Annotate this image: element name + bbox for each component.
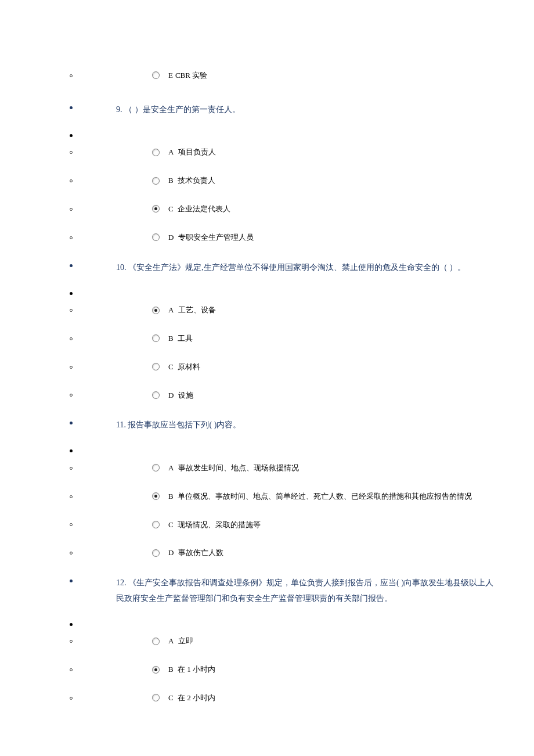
list-bullet-disc — [70, 106, 73, 109]
radio-wrap — [149, 361, 161, 370]
option-radio[interactable] — [152, 638, 160, 645]
list-bullet-hollow — [70, 309, 73, 312]
option-letter: C — [168, 204, 174, 213]
option-label: B 单位概况、事故时间、地点、简单经过、死亡人数、已经采取的措施和其他应报告的情… — [168, 491, 472, 503]
question-block: 11. 报告事故应当包括下列( )内容。A 事故发生时间、地点、现场救援情况B … — [35, 417, 499, 559]
list-bullet-hollow — [70, 697, 73, 700]
option-letter: A — [168, 636, 174, 645]
option-text: 工具 — [176, 334, 193, 343]
radio-wrap — [149, 636, 161, 645]
option-row: C 现场情况、采取的措施等 — [35, 519, 499, 531]
list-bullet-hollow — [70, 208, 73, 211]
orphan-option-row: ECBR 实验 — [35, 70, 499, 82]
list-bullet-hollow — [70, 236, 73, 239]
option-radio[interactable] — [152, 391, 160, 399]
option-letter: A — [168, 305, 174, 314]
blank-bullet-row — [35, 128, 499, 143]
option-row: D 设施 — [35, 390, 499, 402]
list-bullet-hollow — [70, 366, 73, 369]
option-letter: B — [168, 665, 174, 674]
option-letter: B — [168, 334, 174, 343]
question-block: 12. 《生产安全事故报告和调查处理条例》规定，单位负责人接到报告后，应当( )… — [35, 575, 499, 704]
option-letter: A — [168, 463, 174, 472]
option-radio[interactable] — [152, 694, 160, 701]
list-bullet-hollow — [70, 179, 73, 182]
question-block: 9. （ ）是安全生产的第一责任人。A 项目负责人B 技术负责人C 企业法定代表… — [35, 102, 499, 244]
list-bullet-hollow — [70, 151, 73, 154]
question-row: 9. （ ）是安全生产的第一责任人。 — [35, 102, 499, 118]
radio-wrap — [149, 664, 161, 674]
option-label: A 立即 — [168, 635, 193, 647]
radio-wrap — [149, 175, 161, 185]
radio-wrap — [149, 548, 161, 557]
option-text: 立即 — [176, 636, 193, 645]
option-radio[interactable] — [152, 549, 160, 557]
option-label: B 工具 — [168, 333, 193, 345]
option-label: C 企业法定代表人 — [168, 203, 230, 215]
option-text: 工艺、设备 — [176, 305, 215, 314]
option-row: B 工具 — [35, 333, 499, 345]
option-row: C 在 2 小时内 — [35, 692, 499, 704]
question-block: 10. 《安全生产法》规定,生产经营单位不得使用国家明令淘汰、禁止使用的危及生命… — [35, 260, 499, 402]
list-bullet-disc — [70, 623, 73, 626]
list-bullet-hollow — [70, 74, 73, 77]
option-letter: D — [168, 233, 174, 242]
option-text: 专职安全生产管理人员 — [176, 233, 253, 242]
option-label: D 专职安全生产管理人员 — [168, 232, 254, 244]
radio-wrap — [149, 70, 161, 79]
option-text: 原材料 — [176, 362, 200, 371]
option-text: 企业法定代表人 — [176, 204, 230, 213]
option-letter: A — [168, 147, 174, 156]
radio-wrap — [149, 333, 161, 342]
option-letter: C — [168, 520, 174, 529]
option-label: C 现场情况、采取的措施等 — [168, 519, 261, 531]
option-label: A 工艺、设备 — [168, 304, 216, 316]
option-letter: B — [168, 492, 174, 501]
option-letter: C — [168, 693, 174, 702]
option-radio[interactable] — [152, 363, 160, 370]
list-bullet-disc — [70, 422, 73, 424]
radio-wrap — [149, 305, 161, 314]
option-radio[interactable] — [152, 492, 160, 500]
option-radio[interactable] — [152, 334, 160, 342]
blank-bullet-row — [35, 286, 499, 301]
list-bullet-hollow — [70, 394, 73, 397]
option-text: 设施 — [176, 391, 193, 399]
quiz-page: ECBR 实验 9. （ ）是安全生产的第一责任人。A 项目负责人B 技术负责人… — [0, 0, 534, 755]
list-bullet-hollow — [70, 337, 73, 340]
list-bullet-hollow — [70, 523, 73, 526]
option-radio[interactable] — [152, 233, 160, 241]
option-radio[interactable] — [152, 149, 160, 156]
option-radio[interactable] — [152, 464, 160, 471]
option-radio[interactable] — [152, 177, 160, 185]
option-row: D 事故伤亡人数 — [35, 547, 499, 559]
radio-wrap — [149, 232, 161, 241]
option-text: 技术负责人 — [176, 176, 215, 185]
list-bullet-hollow — [70, 668, 73, 671]
list-bullet-hollow — [70, 467, 73, 470]
option-radio-e[interactable] — [152, 71, 160, 79]
list-bullet-disc — [70, 579, 73, 582]
questions-container: 9. （ ）是安全生产的第一责任人。A 项目负责人B 技术负责人C 企业法定代表… — [35, 102, 499, 704]
option-label: ECBR 实验 — [168, 70, 207, 82]
question-text: 11. 报告事故应当包括下列( )内容。 — [116, 417, 241, 433]
list-bullet-disc — [70, 134, 73, 137]
list-bullet-hollow — [70, 640, 73, 643]
option-row: C 企业法定代表人 — [35, 203, 499, 215]
option-radio[interactable] — [152, 205, 160, 213]
option-label: D 设施 — [168, 390, 193, 402]
option-radio[interactable] — [152, 666, 160, 674]
question-text: 10. 《安全生产法》规定,生产经营单位不得使用国家明令淘汰、禁止使用的危及生命… — [116, 260, 466, 276]
option-radio[interactable] — [152, 521, 160, 528]
option-letter: D — [168, 548, 174, 557]
option-text: CBR 实验 — [175, 71, 207, 80]
list-bullet-disc — [70, 264, 73, 267]
option-radio[interactable] — [152, 307, 160, 314]
option-label: A 项目负责人 — [168, 146, 216, 159]
option-letter: D — [168, 391, 174, 399]
radio-wrap — [149, 203, 161, 213]
question-row: 11. 报告事故应当包括下列( )内容。 — [35, 417, 499, 433]
option-row: B 技术负责人 — [35, 175, 499, 187]
option-row: A 项目负责人 — [35, 146, 499, 159]
radio-wrap — [149, 462, 161, 471]
